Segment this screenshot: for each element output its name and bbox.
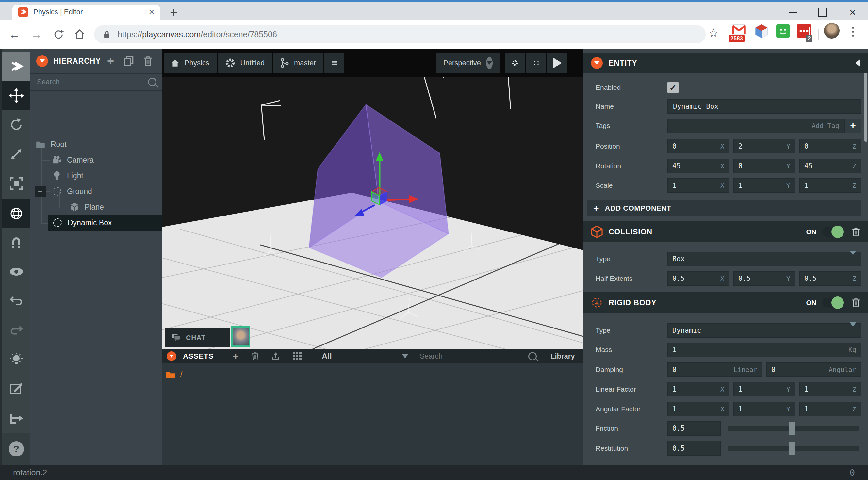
hierarchy-search-input[interactable] [36,77,148,87]
launch-play-button[interactable] [547,53,567,73]
delete-entity-button[interactable] [144,56,153,66]
position-y-field[interactable]: 2Y [734,139,795,154]
library-button[interactable]: Library [551,349,575,363]
back-button[interactable]: ← [4,20,25,49]
tree-item-root[interactable]: Root [30,136,162,152]
project-button[interactable]: Physics [164,53,217,73]
move-up-folder-button[interactable] [272,349,280,363]
friction-field[interactable]: 0.5 [668,421,721,436]
collision-type-select[interactable]: Box [668,252,861,266]
tags-field[interactable] [668,119,845,133]
name-input[interactable] [672,102,856,111]
tree-item-plane[interactable]: Plane [30,199,162,215]
rotation-y-field[interactable]: 0Y [734,159,795,173]
item-list-button[interactable] [324,53,344,73]
visibility-eye-button[interactable] [2,257,30,286]
tab-close-button[interactable]: × [149,7,154,17]
half-extents-y-field[interactable]: 0.5Y [734,271,795,286]
playcanvas-logo[interactable] [2,52,30,81]
assets-root-folder[interactable]: / [166,370,182,380]
browser-menu-button[interactable] [852,27,854,37]
cube-extension-icon[interactable] [754,24,769,38]
entity-collapse-icon[interactable] [591,57,603,69]
scene-settings-button[interactable]: Untitled [218,53,272,73]
angular-factor-y-field[interactable]: 1Y [734,402,795,416]
linear-factor-x-field[interactable]: 1X [668,382,729,396]
rotation-z-field[interactable]: 45Z [799,159,861,173]
code-editor-button[interactable] [2,374,30,403]
angular-factor-x-field[interactable]: 1X [668,402,729,416]
bitmoji-extension-icon[interactable] [776,24,790,38]
rigidbody-type-select[interactable]: Dynamic [668,323,861,338]
slider-handle[interactable] [789,422,796,435]
rotate-tool-button[interactable] [2,110,30,139]
snap-magnet-button[interactable] [2,228,30,257]
browser-tab[interactable]: Physics | Editor × [12,5,160,20]
half-extents-x-field[interactable]: 0.5X [668,271,729,286]
enabled-checkbox[interactable]: ✓ [668,82,679,93]
panel-collapse-arrow-icon[interactable] [855,59,860,67]
collision-section-header[interactable]: COLLISION ON [583,221,868,242]
grid-view-button[interactable] [293,349,302,363]
chat-button[interactable]: CHAT [165,328,230,347]
assets-search[interactable] [419,349,537,363]
publish-export-button[interactable] [2,404,30,433]
angular-factor-z-field[interactable]: 1Z [799,402,861,416]
scale-tool-button[interactable] [2,139,30,168]
branch-button[interactable]: master [273,53,323,73]
hierarchy-collapse-icon[interactable] [36,55,48,67]
position-z-field[interactable]: 0Z [799,139,861,154]
mass-field[interactable]: 1 Kg [668,343,861,357]
scale-z-field[interactable]: 1Z [799,178,861,193]
lastpass-extension-icon[interactable]: 2 [797,24,811,38]
gmail-extension-icon[interactable]: 2583 [732,24,746,35]
window-close-button[interactable]: × [842,5,863,19]
address-bar[interactable]: https://playcanvas.com/editor/scene/7855… [94,25,706,43]
entity-section-header[interactable]: ENTITY [583,53,868,73]
tree-item-ground[interactable]: Ground [30,184,162,199]
help-button[interactable]: ? [9,442,24,456]
window-minimize-button[interactable] [782,5,803,19]
add-asset-button[interactable]: + [232,349,239,363]
redo-button[interactable] [2,315,30,345]
add-component-button[interactable]: + ADD COMPONENT [587,200,861,216]
position-x-field[interactable]: 0X [668,139,729,154]
restitution-slider[interactable] [727,441,859,455]
collaborator-avatar[interactable] [231,326,250,347]
tree-item-camera[interactable]: Camera [30,152,162,168]
friction-slider[interactable] [727,421,859,436]
duplicate-entity-button[interactable] [124,56,134,66]
undo-button[interactable] [2,286,30,315]
resize-frame-tool-button[interactable] [2,169,30,198]
scale-y-field[interactable]: 1Y [734,178,795,193]
slider-handle[interactable] [789,442,796,455]
add-tag-button[interactable]: + [845,119,861,133]
assets-filter-dropdown[interactable]: All [322,349,332,363]
fullscreen-button[interactable] [526,53,546,73]
damping-angular-field[interactable]: 0Angular [766,362,861,377]
translate-tool-button[interactable] [2,81,30,110]
damping-linear-field[interactable]: 0Linear [668,362,762,377]
bookmark-star-icon[interactable]: ☆ [708,26,719,40]
browser-profile-avatar[interactable] [824,23,840,38]
rotation-x-field[interactable]: 45X [668,159,729,173]
camera-mode-dropdown[interactable]: Perspective [436,53,500,73]
rigidbody-section-header[interactable]: RIGID BODY ON [583,292,868,313]
window-maximize-button[interactable] [812,5,833,19]
reload-button[interactable] [48,20,69,49]
filter-chevron-icon[interactable] [402,349,408,363]
collision-delete-button[interactable] [852,227,860,237]
rigidbody-toggle[interactable] [822,298,843,308]
delete-asset-button[interactable] [251,349,259,363]
viewport-3d[interactable]: Physics Untitled master Perspective [162,49,583,349]
home-button[interactable] [69,20,90,49]
forward-button[interactable]: → [26,20,47,49]
assets-search-input[interactable] [419,352,528,361]
tags-input[interactable] [672,122,840,130]
hierarchy-search[interactable] [30,74,162,91]
world-local-space-button[interactable] [2,199,30,228]
collision-toggle[interactable] [822,227,843,237]
tree-item-light[interactable]: Light [30,168,162,184]
linear-factor-y-field[interactable]: 1Y [734,382,795,396]
half-extents-z-field[interactable]: 0.5Z [799,271,861,286]
